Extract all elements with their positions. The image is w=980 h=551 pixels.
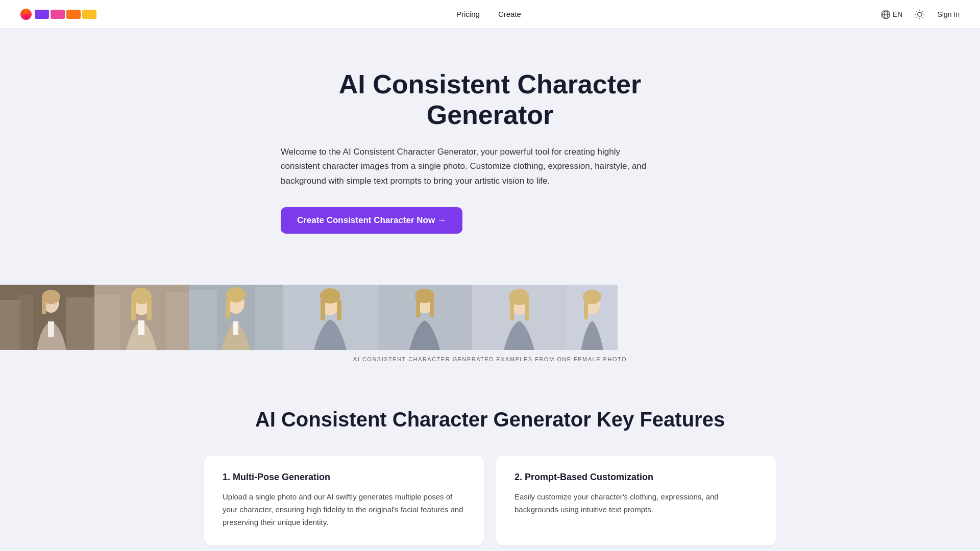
hero-section: AI Consistent Character Generator Welcom…: [260, 29, 720, 254]
svg-rect-48: [510, 300, 514, 320]
navbar: Pricing Create EN: [0, 0, 980, 29]
features-grid: 1. Multi-Pose Generation Upload a single…: [204, 456, 776, 551]
character-image-2: [94, 285, 189, 350]
theme-toggle[interactable]: [913, 7, 927, 21]
feature-card-2: 2. Prompt-Based Customization Easily cus…: [496, 456, 776, 545]
character-image-3: [189, 285, 283, 350]
image-strip-wrapper: [0, 285, 980, 350]
character-image-6: [472, 285, 567, 350]
feature-card-1: 1. Multi-Pose Generation Upload a single…: [204, 456, 484, 545]
hero-title: AI Consistent Character Generator: [281, 69, 699, 131]
svg-rect-14: [18, 295, 33, 350]
logo-circle: [20, 9, 32, 20]
logo-bars: [35, 10, 96, 19]
lang-label: EN: [893, 10, 902, 18]
features-title: AI Consistent Character Generator Key Fe…: [204, 408, 776, 431]
logo-bar-yellow: [82, 10, 96, 19]
feature-card-2-desc: Easily customize your character's clothi…: [514, 491, 757, 516]
svg-line-6: [917, 11, 917, 11]
image-strip: [0, 285, 980, 350]
svg-rect-33: [226, 299, 230, 318]
svg-rect-22: [166, 292, 189, 350]
character-image-5: [378, 285, 472, 350]
feature-card-1-title: 1. Multi-Pose Generation: [223, 472, 465, 483]
svg-rect-26: [147, 300, 152, 320]
logo[interactable]: [20, 9, 96, 20]
character-image-7: [567, 285, 618, 350]
svg-rect-38: [321, 300, 325, 320]
feature-card-2-title: 2. Prompt-Based Customization: [514, 472, 757, 483]
svg-rect-25: [131, 300, 136, 320]
features-section: AI Consistent Character Generator Key Fe…: [184, 388, 796, 551]
svg-rect-44: [430, 299, 434, 317]
svg-rect-15: [66, 297, 94, 350]
nav-center: Pricing Create: [456, 10, 521, 18]
svg-rect-19: [48, 321, 54, 337]
svg-rect-18: [42, 299, 46, 314]
hero-description: Welcome to the AI Consistent Character G…: [281, 145, 648, 189]
strip-caption: AI CONSISTENT CHARACTER GENERATED EXAMPL…: [0, 356, 980, 362]
logo-bar-purple: [35, 10, 49, 19]
svg-rect-27: [138, 320, 144, 335]
logo-bar-pink: [51, 10, 65, 19]
svg-line-11: [923, 11, 923, 11]
cta-button[interactable]: Create Consistent Character Now →: [281, 207, 462, 234]
character-image-4: [283, 285, 378, 350]
svg-rect-30: [255, 287, 283, 350]
svg-rect-13: [0, 300, 20, 350]
svg-line-7: [923, 17, 923, 17]
nav-link-pricing[interactable]: Pricing: [456, 10, 480, 18]
nav-link-create[interactable]: Create: [498, 10, 521, 18]
nav-right: EN Sign In: [881, 7, 960, 21]
svg-rect-43: [416, 299, 420, 317]
sign-in-button[interactable]: Sign In: [937, 10, 960, 18]
svg-rect-49: [525, 300, 529, 320]
feature-card-1-desc: Upload a single photo and our AI swiftly…: [223, 491, 465, 529]
svg-rect-21: [94, 295, 120, 350]
svg-rect-34: [233, 321, 238, 335]
logo-bar-orange: [66, 10, 81, 19]
language-selector[interactable]: EN: [881, 10, 902, 19]
character-image-1: [0, 285, 94, 350]
svg-rect-53: [584, 300, 588, 319]
svg-rect-29: [189, 290, 217, 350]
svg-line-10: [917, 17, 917, 17]
globe-icon: [881, 10, 890, 19]
svg-point-3: [918, 12, 922, 16]
svg-rect-39: [337, 300, 341, 320]
